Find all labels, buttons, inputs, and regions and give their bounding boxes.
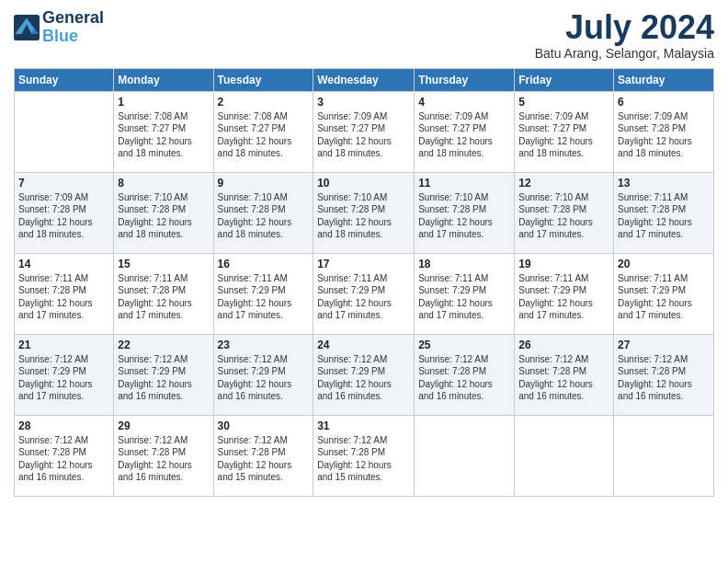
day-number: 13 <box>618 177 710 190</box>
day-number: 4 <box>418 96 510 109</box>
cell-w4-d7: 27Sunrise: 7:12 AM Sunset: 7:28 PM Dayli… <box>614 334 714 415</box>
week-row-5: 28Sunrise: 7:12 AM Sunset: 7:28 PM Dayli… <box>15 415 714 496</box>
day-number: 23 <box>218 339 310 351</box>
cell-w1-d2: 1Sunrise: 7:08 AM Sunset: 7:27 PM Daylig… <box>114 91 213 172</box>
cell-w3-d2: 15Sunrise: 7:11 AM Sunset: 7:28 PM Dayli… <box>114 253 213 334</box>
day-number: 24 <box>317 339 410 351</box>
day-number: 16 <box>218 258 310 270</box>
col-monday: Monday <box>114 68 213 91</box>
day-number: 25 <box>418 339 510 351</box>
day-number: 28 <box>18 419 109 432</box>
col-tuesday: Tuesday <box>213 68 313 91</box>
day-info: Sunrise: 7:09 AM Sunset: 7:27 PM Dayligh… <box>518 110 609 160</box>
day-info: Sunrise: 7:11 AM Sunset: 7:29 PM Dayligh… <box>518 272 609 322</box>
cell-w2-d2: 8Sunrise: 7:10 AM Sunset: 7:28 PM Daylig… <box>114 172 213 253</box>
cell-w4-d2: 22Sunrise: 7:12 AM Sunset: 7:29 PM Dayli… <box>114 334 213 415</box>
cell-w2-d6: 12Sunrise: 7:10 AM Sunset: 7:28 PM Dayli… <box>515 172 614 253</box>
day-info: Sunrise: 7:09 AM Sunset: 7:27 PM Dayligh… <box>317 110 410 160</box>
cell-w1-d3: 2Sunrise: 7:08 AM Sunset: 7:27 PM Daylig… <box>213 91 313 172</box>
day-info: Sunrise: 7:12 AM Sunset: 7:29 PM Dayligh… <box>218 353 310 403</box>
header: General Blue July 2024 Batu Arang, Selan… <box>14 9 714 61</box>
day-info: Sunrise: 7:12 AM Sunset: 7:29 PM Dayligh… <box>317 353 410 403</box>
day-number: 19 <box>518 258 609 270</box>
day-number: 29 <box>118 419 209 432</box>
cell-w3-d4: 17Sunrise: 7:11 AM Sunset: 7:29 PM Dayli… <box>313 253 415 334</box>
day-number: 12 <box>518 177 609 190</box>
day-info: Sunrise: 7:09 AM Sunset: 7:28 PM Dayligh… <box>18 191 109 241</box>
day-info: Sunrise: 7:12 AM Sunset: 7:28 PM Dayligh… <box>118 434 209 484</box>
col-sunday: Sunday <box>15 68 114 91</box>
cell-w1-d7: 6Sunrise: 7:09 AM Sunset: 7:28 PM Daylig… <box>614 91 714 172</box>
logo-line2: Blue <box>42 27 78 45</box>
day-info: Sunrise: 7:12 AM Sunset: 7:29 PM Dayligh… <box>118 353 209 403</box>
day-number: 14 <box>18 258 109 270</box>
day-info: Sunrise: 7:11 AM Sunset: 7:29 PM Dayligh… <box>618 272 710 322</box>
day-info: Sunrise: 7:12 AM Sunset: 7:28 PM Dayligh… <box>618 353 710 403</box>
day-info: Sunrise: 7:09 AM Sunset: 7:28 PM Dayligh… <box>618 110 710 160</box>
cell-w5-d1: 28Sunrise: 7:12 AM Sunset: 7:28 PM Dayli… <box>15 415 114 496</box>
day-number: 26 <box>518 339 609 351</box>
col-wednesday: Wednesday <box>313 68 415 91</box>
cell-w2-d3: 9Sunrise: 7:10 AM Sunset: 7:28 PM Daylig… <box>213 172 313 253</box>
cell-w3-d5: 18Sunrise: 7:11 AM Sunset: 7:29 PM Dayli… <box>415 253 515 334</box>
day-number: 15 <box>118 258 209 270</box>
day-number: 11 <box>418 177 510 190</box>
cell-w2-d5: 11Sunrise: 7:10 AM Sunset: 7:28 PM Dayli… <box>415 172 515 253</box>
week-row-1: 1Sunrise: 7:08 AM Sunset: 7:27 PM Daylig… <box>15 91 714 172</box>
day-number: 21 <box>18 339 109 351</box>
cell-w4-d4: 24Sunrise: 7:12 AM Sunset: 7:29 PM Dayli… <box>313 334 415 415</box>
calendar-header-row: Sunday Monday Tuesday Wednesday Thursday… <box>15 68 714 91</box>
day-number: 30 <box>218 419 310 432</box>
page: General Blue July 2024 Batu Arang, Selan… <box>0 0 728 563</box>
day-info: Sunrise: 7:12 AM Sunset: 7:29 PM Dayligh… <box>18 353 109 403</box>
day-info: Sunrise: 7:11 AM Sunset: 7:29 PM Dayligh… <box>418 272 510 322</box>
day-info: Sunrise: 7:10 AM Sunset: 7:28 PM Dayligh… <box>518 191 609 241</box>
day-number: 6 <box>618 96 710 109</box>
day-info: Sunrise: 7:12 AM Sunset: 7:28 PM Dayligh… <box>518 353 609 403</box>
month-title: July 2024 <box>535 9 714 46</box>
col-saturday: Saturday <box>614 68 714 91</box>
day-number: 7 <box>18 177 109 190</box>
cell-w2-d1: 7Sunrise: 7:09 AM Sunset: 7:28 PM Daylig… <box>15 172 114 253</box>
day-number: 27 <box>618 339 710 351</box>
day-info: Sunrise: 7:09 AM Sunset: 7:27 PM Dayligh… <box>418 110 510 160</box>
day-info: Sunrise: 7:12 AM Sunset: 7:28 PM Dayligh… <box>418 353 510 403</box>
cell-w5-d7 <box>614 415 714 496</box>
day-info: Sunrise: 7:11 AM Sunset: 7:29 PM Dayligh… <box>317 272 410 322</box>
day-info: Sunrise: 7:12 AM Sunset: 7:28 PM Dayligh… <box>18 434 109 484</box>
day-number: 3 <box>317 96 410 109</box>
col-friday: Friday <box>515 68 614 91</box>
day-info: Sunrise: 7:08 AM Sunset: 7:27 PM Dayligh… <box>218 110 310 160</box>
cell-w1-d1 <box>15 91 114 172</box>
day-number: 17 <box>317 258 410 270</box>
day-number: 9 <box>218 177 310 190</box>
cell-w2-d4: 10Sunrise: 7:10 AM Sunset: 7:28 PM Dayli… <box>313 172 415 253</box>
day-number: 18 <box>418 258 510 270</box>
day-info: Sunrise: 7:08 AM Sunset: 7:27 PM Dayligh… <box>118 110 209 160</box>
day-info: Sunrise: 7:12 AM Sunset: 7:28 PM Dayligh… <box>317 434 410 484</box>
logo-icon <box>14 15 40 40</box>
day-info: Sunrise: 7:10 AM Sunset: 7:28 PM Dayligh… <box>317 191 410 241</box>
day-info: Sunrise: 7:10 AM Sunset: 7:28 PM Dayligh… <box>118 191 209 241</box>
day-number: 1 <box>118 96 209 109</box>
col-thursday: Thursday <box>415 68 515 91</box>
day-number: 2 <box>218 96 310 109</box>
cell-w3-d1: 14Sunrise: 7:11 AM Sunset: 7:28 PM Dayli… <box>15 253 114 334</box>
cell-w3-d3: 16Sunrise: 7:11 AM Sunset: 7:29 PM Dayli… <box>213 253 313 334</box>
day-number: 8 <box>118 177 209 190</box>
day-number: 31 <box>317 419 410 432</box>
cell-w5-d5 <box>415 415 515 496</box>
day-info: Sunrise: 7:11 AM Sunset: 7:28 PM Dayligh… <box>618 191 710 241</box>
day-number: 22 <box>118 339 209 351</box>
day-info: Sunrise: 7:10 AM Sunset: 7:28 PM Dayligh… <box>418 191 510 241</box>
cell-w5-d3: 30Sunrise: 7:12 AM Sunset: 7:28 PM Dayli… <box>213 415 313 496</box>
cell-w4-d3: 23Sunrise: 7:12 AM Sunset: 7:29 PM Dayli… <box>213 334 313 415</box>
cell-w5-d6 <box>515 415 614 496</box>
logo-line1: General <box>42 9 104 28</box>
cell-w4-d5: 25Sunrise: 7:12 AM Sunset: 7:28 PM Dayli… <box>415 334 515 415</box>
cell-w5-d2: 29Sunrise: 7:12 AM Sunset: 7:28 PM Dayli… <box>114 415 213 496</box>
cell-w2-d7: 13Sunrise: 7:11 AM Sunset: 7:28 PM Dayli… <box>614 172 714 253</box>
title-block: July 2024 Batu Arang, Selangor, Malaysia <box>535 9 714 61</box>
day-info: Sunrise: 7:11 AM Sunset: 7:28 PM Dayligh… <box>118 272 209 322</box>
day-info: Sunrise: 7:11 AM Sunset: 7:29 PM Dayligh… <box>218 272 310 322</box>
